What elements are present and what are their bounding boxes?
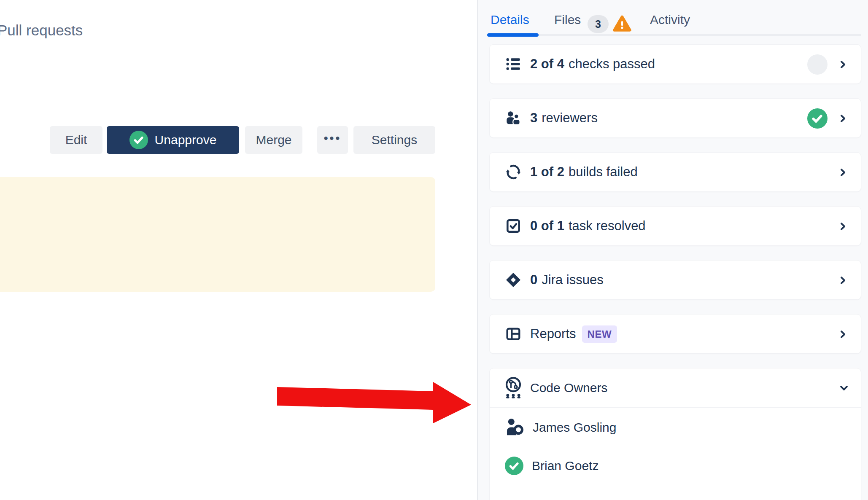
- jira-label: Jira issues: [542, 272, 603, 288]
- merge-button-label: Merge: [256, 133, 291, 147]
- tasks-count: 0 of 1: [530, 218, 564, 234]
- people-icon: [505, 110, 522, 126]
- files-count-value: 3: [595, 18, 601, 30]
- person-pending-icon: [505, 418, 524, 437]
- reports-board-icon: [505, 325, 522, 342]
- builds-count: 1 of 2: [530, 164, 564, 180]
- reports-row[interactable]: Reports NEW: [489, 314, 861, 354]
- chevron-right-icon[interactable]: [837, 166, 848, 181]
- more-options-button[interactable]: •••: [317, 126, 348, 154]
- files-count-badge: 3: [588, 15, 609, 33]
- reviewers-row[interactable]: 3reviewers: [489, 98, 861, 138]
- code-owners-title: Code Owners: [530, 381, 607, 395]
- tab-details-label: Details: [491, 13, 529, 27]
- sidebar-divider: [477, 0, 478, 500]
- builds-row[interactable]: 1 of 2builds failed: [489, 152, 861, 192]
- approved-check-icon: [505, 457, 523, 475]
- ellipsis-icon: •••: [324, 132, 341, 145]
- code-owner-name: James Gosling: [533, 420, 616, 435]
- code-owners-icon: [503, 376, 523, 400]
- builds-sync-icon: [505, 164, 522, 180]
- builds-label: builds failed: [569, 164, 638, 180]
- active-tab-indicator: [487, 33, 539, 37]
- settings-button-label: Settings: [372, 133, 417, 147]
- code-owners-header[interactable]: Code Owners: [490, 368, 861, 407]
- pending-status-circle: [807, 54, 828, 75]
- unapprove-button[interactable]: Unapprove: [107, 126, 239, 154]
- edit-button[interactable]: Edit: [50, 126, 102, 154]
- pull-request-page: Pull requests Edit Unapprove Merge ••• S…: [0, 0, 868, 500]
- tab-activity[interactable]: Activity: [650, 13, 690, 27]
- settings-button[interactable]: Settings: [353, 126, 435, 154]
- checks-passed-row[interactable]: 2 of 4checks passed: [489, 44, 861, 84]
- highlighted-description-area: [0, 177, 435, 292]
- warning-icon: [612, 14, 632, 35]
- tasks-row[interactable]: 0 of 1task resolved: [489, 206, 861, 246]
- tab-details[interactable]: Details: [491, 13, 529, 27]
- tab-files[interactable]: Files: [554, 13, 581, 27]
- code-owners-divider: [490, 407, 861, 408]
- reviewers-count: 3: [530, 110, 537, 126]
- edit-button-label: Edit: [65, 133, 87, 147]
- chevron-right-icon[interactable]: [837, 220, 848, 235]
- page-title: Pull requests: [0, 22, 83, 39]
- reports-label: Reports: [530, 326, 576, 341]
- merge-button[interactable]: Merge: [245, 126, 302, 154]
- code-owner-name: Brian Goetz: [532, 459, 598, 473]
- checks-label: checks passed: [569, 56, 655, 72]
- reviewers-label: reviewers: [542, 110, 598, 126]
- checklist-icon: [505, 56, 522, 73]
- unapprove-button-label: Unapprove: [155, 133, 217, 147]
- jira-count: 0: [530, 272, 537, 288]
- code-owner-item: James Gosling: [490, 416, 861, 439]
- chevron-right-icon[interactable]: [837, 328, 848, 343]
- code-owners-card: Code Owners James Gosling Brian Goetz: [489, 368, 861, 500]
- chevron-right-icon[interactable]: [837, 58, 848, 73]
- task-checkbox-icon: [505, 218, 522, 234]
- approved-check-icon: [129, 131, 148, 149]
- chevron-right-icon[interactable]: [837, 112, 848, 127]
- jira-icon: [505, 272, 522, 288]
- chevron-down-icon[interactable]: [837, 382, 851, 395]
- code-owner-item: Brian Goetz: [490, 454, 861, 478]
- tab-files-label: Files: [554, 13, 581, 27]
- tasks-label: task resolved: [569, 218, 646, 234]
- chevron-right-icon[interactable]: [837, 274, 848, 289]
- tab-activity-label: Activity: [650, 13, 690, 27]
- new-badge: NEW: [582, 325, 617, 343]
- jira-issues-row[interactable]: 0Jira issues: [489, 260, 861, 300]
- checks-count: 2 of 4: [530, 56, 564, 72]
- approved-status-circle: [807, 108, 828, 129]
- tab-underline-track: [487, 34, 861, 36]
